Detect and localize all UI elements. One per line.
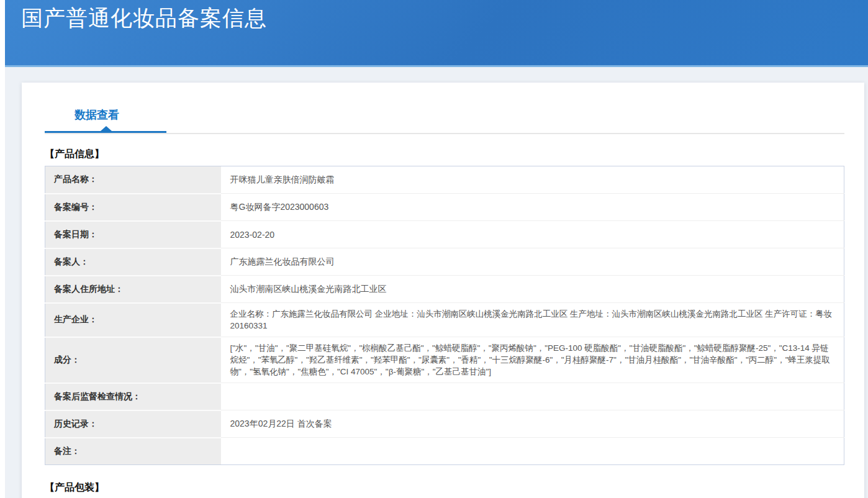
row-value: 开咪猫儿童亲肤倍润防皴霜	[221, 166, 844, 194]
page: 国产普通化妆品备案信息 数据查看 【产品信息】 产品名称： 开咪猫儿童亲肤倍润防…	[5, 0, 868, 498]
page-header-banner: 国产普通化妆品备案信息	[5, 0, 868, 67]
row-label: 成分：	[45, 337, 221, 383]
page-title: 国产普通化妆品备案信息	[21, 4, 868, 33]
row-label: 历史记录：	[45, 410, 221, 438]
row-label: 产品名称：	[45, 166, 221, 194]
table-row: 产品名称： 开咪猫儿童亲肤倍润防皴霜	[45, 166, 844, 194]
row-value: 广东施露兰化妆品有限公司	[221, 248, 844, 276]
table-row: 备案人住所地址： 汕头市潮南区峡山桃溪金光南路北工业区	[45, 276, 844, 303]
product-info-table: 产品名称： 开咪猫儿童亲肤倍润防皴霜 备案编号： 粤G妆网备字202300060…	[45, 166, 844, 465]
table-row: 历史记录： 2023年02月22日 首次备案	[45, 410, 844, 438]
row-label: 备案人住所地址：	[45, 276, 221, 303]
table-row: 备案编号： 粤G妆网备字2023000603	[45, 194, 844, 221]
tab-active-underline	[45, 131, 166, 133]
tab-data-view[interactable]: 数据查看	[75, 107, 119, 131]
table-row: 备案日期： 2023-02-20	[45, 221, 844, 248]
row-value: 2023年02月22日 首次备案	[221, 410, 844, 438]
row-label: 备案日期：	[45, 221, 221, 248]
row-label: 备案后监督检查情况：	[45, 383, 221, 410]
row-value: 汕头市潮南区峡山桃溪金光南路北工业区	[221, 276, 844, 303]
table-row: 备案人： 广东施露兰化妆品有限公司	[45, 248, 844, 276]
content-card: 数据查看 【产品信息】 产品名称： 开咪猫儿童亲肤倍润防皴霜 备案编号： 粤G妆…	[22, 83, 864, 498]
page-left-margin	[0, 0, 5, 498]
row-value	[221, 383, 844, 410]
row-label: 备案人：	[45, 248, 221, 276]
row-value	[221, 438, 844, 465]
table-row: 备注：	[45, 438, 844, 465]
row-value: 粤G妆网备字2023000603	[221, 194, 844, 221]
section-title-product-info: 【产品信息】	[45, 148, 844, 161]
tab-underline-track	[45, 131, 844, 134]
product-info-table-body: 产品名称： 开咪猫儿童亲肤倍润防皴霜 备案编号： 粤G妆网备字202300060…	[45, 166, 844, 465]
row-value: 2023-02-20	[221, 221, 844, 248]
table-row: 备案后监督检查情况：	[45, 383, 844, 410]
tab-pointer-triangle-icon	[101, 126, 112, 131]
table-row: 生产企业： 企业名称：广东施露兰化妆品有限公司 企业地址：汕头市潮南区峡山桃溪金…	[45, 303, 844, 337]
row-label: 备注：	[45, 438, 221, 465]
table-row: 成分： ["水"，"甘油"，"聚二甲基硅氧烷"，"棕榈酸乙基己酯"，"鲸蜡硬脂醇…	[45, 337, 844, 383]
row-value: 企业名称：广东施露兰化妆品有限公司 企业地址：汕头市潮南区峡山桃溪金光南路北工业…	[221, 303, 844, 337]
section-title-product-packaging: 【产品包装】	[45, 481, 844, 494]
row-value: ["水"，"甘油"，"聚二甲基硅氧烷"，"棕榈酸乙基己酯"，"鲸蜡硬脂醇"，"聚…	[221, 337, 844, 383]
row-label: 备案编号：	[45, 194, 221, 221]
row-label: 生产企业：	[45, 303, 221, 337]
